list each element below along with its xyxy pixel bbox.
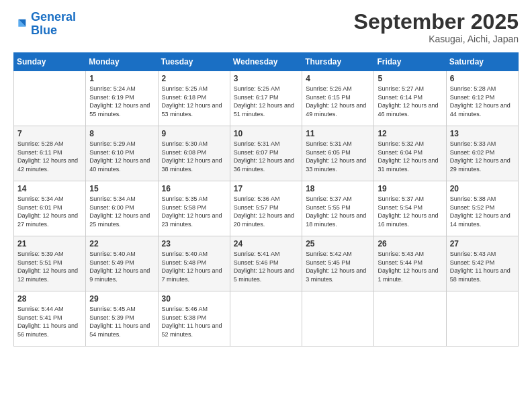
month-title: September 2025 (354, 11, 519, 32)
day-number: 5 (378, 74, 442, 83)
cell-info: Sunrise: 5:40 AMSunset: 5:49 PMDaylight:… (89, 250, 154, 283)
calendar-header: Sunday Monday Tuesday Wednesday Thursday… (14, 53, 519, 71)
cell-info: Sunrise: 5:33 AMSunset: 6:02 PMDaylight:… (450, 140, 515, 173)
header-row: Sunday Monday Tuesday Wednesday Thursday… (14, 53, 519, 71)
day-number: 27 (450, 239, 515, 248)
cell-info: Sunrise: 5:38 AMSunset: 5:52 PMDaylight:… (450, 195, 515, 228)
calendar-cell: 4 Sunrise: 5:26 AMSunset: 6:15 PMDayligh… (302, 71, 374, 126)
day-number: 4 (306, 74, 370, 83)
cell-info: Sunrise: 5:41 AMSunset: 5:46 PMDaylight:… (234, 250, 298, 283)
calendar-cell: 11 Sunrise: 5:31 AMSunset: 6:05 PMDaylig… (302, 126, 374, 181)
cell-info: Sunrise: 5:37 AMSunset: 5:55 PMDaylight:… (306, 195, 370, 228)
day-number: 7 (17, 129, 82, 138)
calendar-cell: 15 Sunrise: 5:34 AMSunset: 6:00 PMDaylig… (86, 181, 158, 236)
cell-info: Sunrise: 5:28 AMSunset: 6:11 PMDaylight:… (17, 140, 82, 173)
logo-icon (13, 17, 28, 32)
calendar-cell: 12 Sunrise: 5:32 AMSunset: 6:04 PMDaylig… (374, 126, 446, 181)
calendar-cell: 26 Sunrise: 5:43 AMSunset: 5:44 PMDaylig… (374, 236, 446, 291)
calendar-cell: 30 Sunrise: 5:46 AMSunset: 5:38 PMDaylig… (158, 291, 230, 347)
calendar-week-4: 21 Sunrise: 5:39 AMSunset: 5:51 PMDaylig… (14, 236, 519, 291)
header-thursday: Thursday (302, 53, 374, 71)
day-number: 17 (234, 184, 298, 193)
day-number: 8 (89, 129, 154, 138)
day-number: 6 (450, 74, 515, 83)
calendar-cell: 29 Sunrise: 5:45 AMSunset: 5:39 PMDaylig… (86, 291, 158, 347)
calendar-week-5: 28 Sunrise: 5:44 AMSunset: 5:41 PMDaylig… (14, 291, 519, 347)
calendar-cell: 6 Sunrise: 5:28 AMSunset: 6:12 PMDayligh… (446, 71, 518, 126)
cell-info: Sunrise: 5:31 AMSunset: 6:07 PMDaylight:… (234, 140, 298, 173)
calendar-cell: 5 Sunrise: 5:27 AMSunset: 6:14 PMDayligh… (374, 71, 446, 126)
day-number: 2 (162, 74, 226, 83)
calendar-cell (230, 291, 302, 347)
day-number: 11 (306, 129, 370, 138)
calendar-cell: 1 Sunrise: 5:24 AMSunset: 6:19 PMDayligh… (86, 71, 158, 126)
logo-blue: Blue (31, 24, 57, 37)
cell-info: Sunrise: 5:26 AMSunset: 6:15 PMDaylight:… (306, 85, 370, 118)
cell-info: Sunrise: 5:42 AMSunset: 5:45 PMDaylight:… (306, 250, 370, 283)
day-number: 10 (234, 129, 298, 138)
calendar-cell: 7 Sunrise: 5:28 AMSunset: 6:11 PMDayligh… (14, 126, 86, 181)
calendar-cell: 8 Sunrise: 5:29 AMSunset: 6:10 PMDayligh… (86, 126, 158, 181)
calendar-cell: 10 Sunrise: 5:31 AMSunset: 6:07 PMDaylig… (230, 126, 302, 181)
calendar-week-1: 1 Sunrise: 5:24 AMSunset: 6:19 PMDayligh… (14, 71, 519, 126)
logo-text: General Blue (31, 11, 76, 38)
cell-info: Sunrise: 5:34 AMSunset: 6:01 PMDaylight:… (17, 195, 82, 228)
day-number: 24 (234, 239, 298, 248)
day-number: 23 (162, 239, 226, 248)
location-subtitle: Kasugai, Aichi, Japan (354, 34, 519, 44)
day-number: 1 (89, 74, 154, 83)
day-number: 30 (162, 294, 226, 304)
cell-info: Sunrise: 5:25 AMSunset: 6:18 PMDaylight:… (162, 85, 226, 118)
cell-info: Sunrise: 5:44 AMSunset: 5:41 PMDaylight:… (17, 305, 82, 338)
cell-info: Sunrise: 5:39 AMSunset: 5:51 PMDaylight:… (17, 250, 82, 283)
cell-info: Sunrise: 5:36 AMSunset: 5:57 PMDaylight:… (234, 195, 298, 228)
calendar-cell: 16 Sunrise: 5:35 AMSunset: 5:58 PMDaylig… (158, 181, 230, 236)
calendar-cell: 23 Sunrise: 5:40 AMSunset: 5:48 PMDaylig… (158, 236, 230, 291)
calendar-cell: 19 Sunrise: 5:37 AMSunset: 5:54 PMDaylig… (374, 181, 446, 236)
calendar-cell: 18 Sunrise: 5:37 AMSunset: 5:55 PMDaylig… (302, 181, 374, 236)
cell-info: Sunrise: 5:43 AMSunset: 5:42 PMDaylight:… (450, 250, 515, 283)
calendar-cell: 21 Sunrise: 5:39 AMSunset: 5:51 PMDaylig… (14, 236, 86, 291)
calendar-week-3: 14 Sunrise: 5:34 AMSunset: 6:01 PMDaylig… (14, 181, 519, 236)
cell-info: Sunrise: 5:45 AMSunset: 5:39 PMDaylight:… (89, 305, 154, 338)
calendar-cell: 13 Sunrise: 5:33 AMSunset: 6:02 PMDaylig… (446, 126, 518, 181)
cell-info: Sunrise: 5:32 AMSunset: 6:04 PMDaylight:… (378, 140, 442, 173)
title-block: September 2025 Kasugai, Aichi, Japan (354, 11, 519, 44)
day-number: 3 (234, 74, 298, 83)
calendar-cell: 27 Sunrise: 5:43 AMSunset: 5:42 PMDaylig… (446, 236, 518, 291)
day-number: 15 (89, 184, 154, 193)
calendar-cell: 3 Sunrise: 5:25 AMSunset: 6:17 PMDayligh… (230, 71, 302, 126)
day-number: 26 (378, 239, 442, 248)
logo: General Blue (13, 11, 76, 38)
calendar-body: 1 Sunrise: 5:24 AMSunset: 6:19 PMDayligh… (14, 71, 519, 347)
calendar-cell: 17 Sunrise: 5:36 AMSunset: 5:57 PMDaylig… (230, 181, 302, 236)
day-number: 19 (378, 184, 442, 193)
cell-info: Sunrise: 5:43 AMSunset: 5:44 PMDaylight:… (378, 250, 442, 283)
cell-info: Sunrise: 5:27 AMSunset: 6:14 PMDaylight:… (378, 85, 442, 118)
calendar-cell: 20 Sunrise: 5:38 AMSunset: 5:52 PMDaylig… (446, 181, 518, 236)
cell-info: Sunrise: 5:40 AMSunset: 5:48 PMDaylight:… (162, 250, 226, 283)
calendar-cell (14, 71, 86, 126)
page-container: General Blue September 2025 Kasugai, Aic… (0, 0, 532, 353)
day-number: 28 (17, 294, 82, 304)
day-number: 22 (89, 239, 154, 248)
calendar-cell (446, 291, 518, 347)
header-monday: Monday (86, 53, 158, 71)
header-tuesday: Tuesday (158, 53, 230, 71)
day-number: 13 (450, 129, 515, 138)
calendar-cell: 28 Sunrise: 5:44 AMSunset: 5:41 PMDaylig… (14, 291, 86, 347)
cell-info: Sunrise: 5:31 AMSunset: 6:05 PMDaylight:… (306, 140, 370, 173)
day-number: 18 (306, 184, 370, 193)
cell-info: Sunrise: 5:46 AMSunset: 5:38 PMDaylight:… (162, 305, 226, 338)
header-saturday: Saturday (446, 53, 518, 71)
calendar-cell: 22 Sunrise: 5:40 AMSunset: 5:49 PMDaylig… (86, 236, 158, 291)
cell-info: Sunrise: 5:24 AMSunset: 6:19 PMDaylight:… (89, 85, 154, 118)
calendar-cell: 25 Sunrise: 5:42 AMSunset: 5:45 PMDaylig… (302, 236, 374, 291)
page-header: General Blue September 2025 Kasugai, Aic… (13, 11, 519, 44)
day-number: 25 (306, 239, 370, 248)
header-friday: Friday (374, 53, 446, 71)
day-number: 14 (17, 184, 82, 193)
calendar-cell: 2 Sunrise: 5:25 AMSunset: 6:18 PMDayligh… (158, 71, 230, 126)
header-sunday: Sunday (14, 53, 86, 71)
calendar-week-2: 7 Sunrise: 5:28 AMSunset: 6:11 PMDayligh… (14, 126, 519, 181)
